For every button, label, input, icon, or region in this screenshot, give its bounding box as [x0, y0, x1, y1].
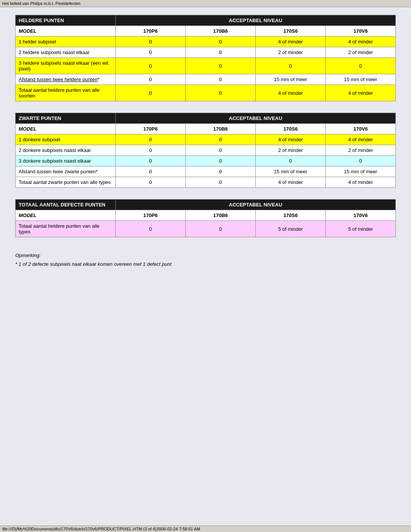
table2-row5-col5: 4 of minder: [325, 177, 395, 188]
table1-row5-col3: 0: [185, 85, 255, 101]
table1-row4-col4: 15 mm of meer: [255, 74, 325, 85]
table1-row4-col2: 0: [115, 74, 185, 85]
table2-row4-col2: 0: [115, 166, 185, 177]
table2-row3-col2: 0: [115, 156, 185, 166]
status-text: file:///D|/My%20Documents/dfu/170V6/dutc…: [2, 527, 200, 531]
table3-model-170b6: 170B6: [185, 210, 255, 221]
table1-row2-col4: 2 of minder: [255, 47, 325, 58]
table1-row2-col3: 0: [185, 47, 255, 58]
table1-row4-col3: 0: [185, 74, 255, 85]
zwarte-punten-table: ZWARTE PUNTEN ACCEPTABEL NIVEAU MODEL 17…: [15, 113, 396, 188]
table3-model-row: MODEL 170P6 170B6 170S6 170V6: [16, 210, 396, 221]
table1-row3-col4: 0: [255, 58, 325, 74]
table2-row1: 1 donkere subpixel 0 0 4 of minder 4 of …: [16, 134, 396, 145]
table2-row3-col4: 0: [255, 156, 325, 166]
table2-acceptabel-header: ACCEPTABEL NIVEAU: [115, 113, 395, 124]
table2-row2-col5: 2 of minder: [325, 145, 395, 156]
table1-col1-header: HELDERE PUNTEN: [16, 15, 116, 26]
table1-model-170p6: 170P6: [115, 26, 185, 37]
table1-row5: Totaal aantal heldere punten van alle so…: [16, 85, 396, 101]
table2-model-row: MODEL 170P6 170B6 170S6 170V6: [16, 124, 396, 134]
table3-model-label: MODEL: [16, 210, 116, 221]
table3-row1-col4: 5 of minder: [255, 221, 325, 237]
table3-header: TOTAAL AANTAL DEFECTE PUNTEN ACCEPTABEL …: [16, 200, 396, 210]
table2-row5: Totaal aantal zwarte punten van alle typ…: [16, 177, 396, 188]
title-bar: Het beleid van Philips m.b.t. Pixeldefec…: [0, 0, 411, 7]
table2-row3-label: 3 donkere subpixels naast elkaar: [16, 156, 116, 166]
table1-row2-col5: 2 of minder: [325, 47, 395, 58]
table2-row1-label: 1 donkere subpixel: [16, 134, 116, 145]
table3-row1-label: Totaal aantal heldere punten van alle ty…: [16, 221, 116, 237]
table2-row1-col3: 0: [185, 134, 255, 145]
table2-model-label: MODEL: [16, 124, 116, 134]
table1-row2-col2: 0: [115, 47, 185, 58]
table1-row1-col5: 4 of minder: [325, 37, 395, 47]
table3-model-170s6: 170S6: [255, 210, 325, 221]
table1-row3-col2: 0: [115, 58, 185, 74]
table3-row1-col3: 0: [185, 221, 255, 237]
table2-col1-header: ZWARTE PUNTEN: [16, 113, 116, 124]
table1-row1-col2: 0: [115, 37, 185, 47]
notes-section: Opmerking: * 1 of 2 defecte subpixels na…: [15, 249, 396, 274]
table1-model-label: MODEL: [16, 26, 116, 37]
table2-row2-col2: 0: [115, 145, 185, 156]
table2-row3-col3: 0: [185, 156, 255, 166]
opmerking-label: Opmerking:: [15, 252, 396, 258]
table1-row3-col5: 0: [325, 58, 395, 74]
table1-row1-label: 1 helder subpixel: [16, 37, 116, 47]
table2-model-170v6: 170V6: [325, 124, 395, 134]
table2-row1-col5: 4 of minder: [325, 134, 395, 145]
table2-row5-label: Totaal aantal zwarte punten van alle typ…: [16, 177, 116, 188]
totaal-defecte-punten-table: TOTAAL AANTAL DEFECTE PUNTEN ACCEPTABEL …: [15, 199, 396, 237]
table2-row3: 3 donkere subpixels naast elkaar 0 0 0 0: [16, 156, 396, 166]
table1-row4: Afstand tussen twee heldere punten* 0 0 …: [16, 74, 396, 85]
table2-row5-col2: 0: [115, 177, 185, 188]
table2-row5-col3: 0: [185, 177, 255, 188]
table3-row1-col5: 5 of minder: [325, 221, 395, 237]
table1-row3-col3: 0: [185, 58, 255, 74]
table2-row2-col3: 0: [185, 145, 255, 156]
table3-col1-header: TOTAAL AANTAL DEFECTE PUNTEN: [16, 200, 116, 210]
table1-row5-label: Totaal aantal heldere punten van alle so…: [16, 85, 116, 101]
table1-row3-label: 3 heldere subpixels naast elkaar (een wi…: [16, 58, 116, 74]
table1-row4-label: Afstand tussen twee heldere punten*: [16, 74, 116, 85]
table2-row4-col5: 15 mm of meer: [325, 166, 395, 177]
table3-model-170p6: 170P6: [115, 210, 185, 221]
table1-row4-col5: 15 mm of meer: [325, 74, 395, 85]
table1-model-row: MODEL 170P6 170B6 170S6 170V6: [16, 26, 396, 37]
table2-header: ZWARTE PUNTEN ACCEPTABEL NIVEAU: [16, 113, 396, 124]
table2-model-170p6: 170P6: [115, 124, 185, 134]
note1-text: * 1 of 2 defecte subpixels naat elkaar k…: [15, 261, 396, 267]
table1-row3: 3 heldere subpixels naast elkaar (een wi…: [16, 58, 396, 74]
status-bar: file:///D|/My%20Documents/dfu/170V6/dutc…: [0, 526, 411, 532]
table3-model-170v6: 170V6: [325, 210, 395, 221]
table2-row4: Afstand tussen twee zwarte punten* 0 0 1…: [16, 166, 396, 177]
table2-row1-col2: 0: [115, 134, 185, 145]
table3-row1: Totaal aantal heldere punten van alle ty…: [16, 221, 396, 237]
table1-model-170b6: 170B6: [185, 26, 255, 37]
table1-row2-label: 2 heldere subpixels naast elkaar: [16, 47, 116, 58]
main-content: HELDERE PUNTEN ACCEPTABEL NIVEAU MODEL 1…: [0, 7, 411, 526]
table2-row2: 2 donkere subpixels naast elkaar 0 0 2 o…: [16, 145, 396, 156]
table1-model-170v6: 170V6: [325, 26, 395, 37]
table1-row5-col2: 0: [115, 85, 185, 101]
table2-row1-col4: 4 of minder: [255, 134, 325, 145]
table3-row1-col2: 0: [115, 221, 185, 237]
table2-row2-col4: 2 of minder: [255, 145, 325, 156]
table1-row2: 2 heldere subpixels naast elkaar 0 0 2 o…: [16, 47, 396, 58]
table2-row2-label: 2 donkere subpixels naast elkaar: [16, 145, 116, 156]
table1-row5-col4: 4 of minder: [255, 85, 325, 101]
table2-row4-col3: 0: [185, 166, 255, 177]
table1-row1-col4: 4 of minder: [255, 37, 325, 47]
table1-model-170s6: 170S6: [255, 26, 325, 37]
heldere-punten-table: HELDERE PUNTEN ACCEPTABEL NIVEAU MODEL 1…: [15, 15, 396, 101]
table1-acceptabel-header: ACCEPTABEL NIVEAU: [115, 15, 395, 26]
table2-row3-col5: 0: [325, 156, 395, 166]
table1-header: HELDERE PUNTEN ACCEPTABEL NIVEAU: [16, 15, 396, 26]
table2-model-170s6: 170S6: [255, 124, 325, 134]
table2-row5-col4: 4 of minder: [255, 177, 325, 188]
table3-acceptabel-header: ACCEPTABEL NIVEAU: [115, 200, 395, 210]
table2-model-170b6: 170B6: [185, 124, 255, 134]
title-text: Het beleid van Philips m.b.t. Pixeldefec…: [2, 1, 80, 6]
table1-row1-col3: 0: [185, 37, 255, 47]
